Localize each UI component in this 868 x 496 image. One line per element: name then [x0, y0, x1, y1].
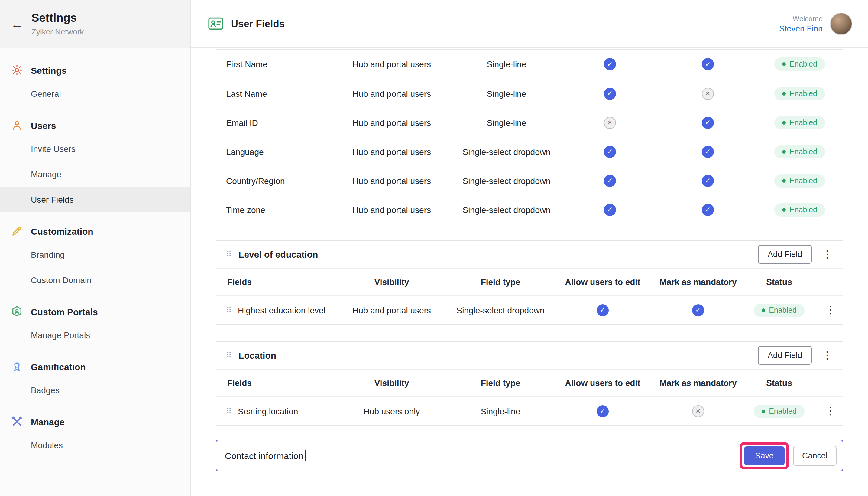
table-row: Time zone Hub and portal users Single-se… — [216, 195, 842, 224]
field-visibility: Hub and portal users — [331, 176, 452, 185]
status-dot — [761, 409, 765, 413]
drag-handle-icon[interactable]: ⠿ — [226, 250, 232, 258]
section-level-of-education: ⠿ Level of education Add Field ⋮ Fields … — [216, 240, 843, 325]
column-header-allow-edit: Allow users to edit — [549, 277, 656, 287]
column-header-mandatory: Mark as mandatory — [656, 277, 740, 287]
table-header-row: Fields Visibility Field type Allow users… — [216, 268, 842, 295]
sidebar-item-badges[interactable]: Badges — [0, 377, 190, 403]
mandatory-toggle[interactable] — [702, 117, 714, 128]
allow-edit-toggle[interactable] — [604, 117, 616, 128]
text-caret — [305, 450, 306, 461]
content-area: First Name Hub and portal users Single-l… — [191, 48, 868, 496]
settings-sidebar: ← Settings Zylker Network Settings Gener… — [0, 0, 191, 496]
field-visibility: Hub and portal users — [331, 305, 452, 315]
mandatory-toggle[interactable] — [702, 58, 714, 70]
column-header-allow-edit: Allow users to edit — [549, 378, 656, 388]
sidebar-title: Settings — [31, 12, 84, 26]
badge-icon — [11, 360, 23, 373]
allow-edit-toggle[interactable] — [604, 174, 616, 187]
sidebar-group-users[interactable]: Users — [0, 114, 190, 136]
section-header: ⠿ Location Add Field ⋮ — [216, 342, 842, 370]
allow-edit-toggle[interactable] — [604, 58, 616, 70]
status-badge: Enabled — [774, 203, 825, 216]
drag-handle-icon[interactable]: ⠿ — [226, 352, 232, 359]
mandatory-toggle[interactable] — [702, 203, 714, 216]
field-name: Time zone — [216, 205, 331, 214]
field-type: Single-line — [452, 89, 561, 98]
status-badge: Enabled — [754, 404, 805, 418]
table-row: First Name Hub and portal users Single-l… — [216, 50, 842, 79]
column-header-visibility: Visibility — [331, 378, 452, 388]
row-menu-icon[interactable]: ⋮ — [823, 305, 837, 315]
new-section-name-input[interactable]: Contact information Save Cancel — [216, 440, 843, 471]
field-visibility: Hub and portal users — [331, 89, 452, 98]
section-title: Location — [239, 350, 276, 360]
group-label: Settings — [31, 65, 66, 75]
sidebar-group-settings[interactable]: Settings — [0, 59, 190, 81]
status-dot — [782, 208, 786, 212]
sidebar-group-custom-portals[interactable]: Custom Portals — [0, 300, 190, 322]
mandatory-toggle[interactable] — [692, 304, 704, 316]
drag-handle-icon[interactable]: ⠿ — [226, 407, 232, 415]
column-header-fields: Fields — [216, 378, 331, 388]
annotation-highlight: Save — [740, 442, 789, 469]
mandatory-toggle[interactable] — [692, 405, 704, 417]
group-label: Gamification — [31, 361, 86, 372]
sidebar-item-manage-portals[interactable]: Manage Portals — [0, 322, 190, 348]
section-menu-icon[interactable]: ⋮ — [820, 249, 834, 260]
sidebar-group-gamification[interactable]: Gamification — [0, 356, 190, 377]
add-field-button[interactable]: Add Field — [758, 245, 812, 264]
section-menu-icon[interactable]: ⋮ — [820, 350, 834, 360]
field-name: Language — [216, 147, 331, 156]
group-label: Manage — [31, 417, 65, 427]
column-header-status: Status — [740, 277, 818, 287]
user-name-link[interactable]: Steven Finn — [779, 24, 823, 33]
sidebar-item-invite-users[interactable]: Invite Users — [0, 136, 190, 161]
field-type: Single-select dropdown — [452, 305, 549, 315]
field-name: Country/Region — [216, 176, 331, 185]
field-type: Single-select dropdown — [452, 176, 561, 185]
portal-icon — [11, 306, 23, 317]
table-row: ⠿Seating location Hub users only Single-… — [216, 396, 842, 425]
welcome-label: Welcome — [779, 14, 823, 23]
group-label: Customization — [31, 226, 93, 236]
user-icon — [11, 119, 23, 131]
back-arrow-icon[interactable]: ← — [11, 18, 23, 30]
group-label: Users — [31, 120, 56, 130]
sidebar-item-user-fields[interactable]: User Fields — [0, 187, 190, 212]
drag-handle-icon[interactable]: ⠿ — [226, 306, 232, 314]
sidebar-item-manage[interactable]: Manage — [0, 161, 190, 187]
column-header-mandatory: Mark as mandatory — [656, 378, 740, 388]
allow-edit-toggle[interactable] — [597, 405, 609, 417]
sidebar-group-customization[interactable]: Customization — [0, 220, 190, 242]
allow-edit-toggle[interactable] — [604, 145, 616, 158]
avatar[interactable] — [830, 12, 852, 35]
status-dot — [782, 150, 786, 153]
sidebar-nav: Settings General Users Invite Users Mana… — [0, 48, 190, 458]
add-field-button[interactable]: Add Field — [758, 346, 812, 365]
sidebar-item-modules[interactable]: Modules — [0, 433, 190, 458]
field-visibility: Hub users only — [331, 406, 452, 416]
allow-edit-toggle[interactable] — [604, 203, 616, 216]
section-header: ⠿ Level of education Add Field ⋮ — [216, 241, 842, 268]
section-location: ⠿ Location Add Field ⋮ Fields Visibility… — [216, 341, 843, 426]
status-dot — [782, 121, 786, 124]
allow-edit-toggle[interactable] — [604, 88, 616, 99]
sidebar-group-manage[interactable]: Manage — [0, 411, 190, 433]
field-name: Last Name — [216, 89, 331, 98]
allow-edit-toggle[interactable] — [597, 304, 609, 316]
sidebar-item-custom-domain[interactable]: Custom Domain — [0, 267, 190, 293]
field-type: Single-select dropdown — [452, 147, 561, 156]
mandatory-toggle[interactable] — [702, 145, 714, 158]
save-button[interactable]: Save — [744, 446, 785, 465]
user-fields-icon — [208, 16, 224, 31]
sidebar-item-branding[interactable]: Branding — [0, 242, 190, 267]
cancel-button[interactable]: Cancel — [793, 446, 837, 465]
status-badge: Enabled — [774, 174, 825, 187]
row-menu-icon[interactable]: ⋮ — [823, 406, 837, 416]
table-row: Country/Region Hub and portal users Sing… — [216, 166, 842, 195]
column-header-field-type: Field type — [452, 277, 549, 287]
mandatory-toggle[interactable] — [702, 174, 714, 187]
sidebar-item-general[interactable]: General — [0, 81, 190, 107]
mandatory-toggle[interactable] — [702, 88, 714, 99]
